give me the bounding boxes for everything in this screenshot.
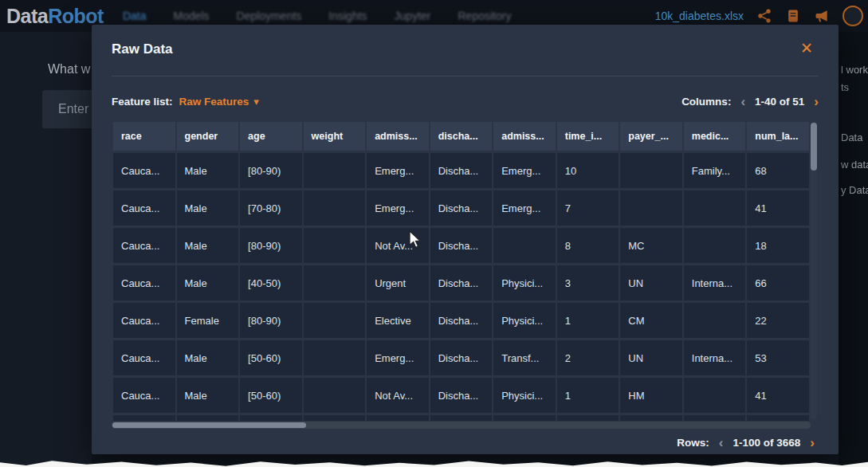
table-cell bbox=[684, 378, 746, 413]
share-icon[interactable] bbox=[756, 8, 772, 24]
bg-text-fragment: Data bbox=[841, 131, 862, 143]
table-cell: HM bbox=[620, 378, 682, 413]
table-cell bbox=[304, 228, 366, 263]
columns-range: 1-40 of 51 bbox=[755, 96, 804, 108]
table-cell: Female bbox=[177, 303, 239, 338]
vertical-scrollbar-thumb[interactable] bbox=[811, 123, 817, 171]
table-cell: 66 bbox=[747, 265, 809, 300]
table-cell bbox=[177, 415, 239, 421]
nav-item-insights[interactable]: Insights bbox=[328, 10, 367, 22]
chevron-down-icon[interactable]: ▾ bbox=[253, 96, 259, 108]
table-cell: Discha... bbox=[430, 265, 493, 300]
table-cell: [80-90) bbox=[240, 303, 302, 338]
table-row-partial bbox=[113, 415, 809, 421]
megaphone-icon[interactable] bbox=[814, 8, 830, 24]
table-cell: Male bbox=[177, 378, 239, 413]
table-cell bbox=[684, 228, 746, 263]
nav-item-models[interactable]: Models bbox=[173, 10, 209, 22]
horizontal-scrollbar[interactable] bbox=[112, 422, 811, 429]
table-cell: Emerg... bbox=[367, 190, 429, 226]
target-input[interactable]: Enter bbox=[42, 90, 92, 128]
nav-item-data[interactable]: Data bbox=[123, 10, 147, 22]
docs-icon[interactable] bbox=[785, 8, 801, 24]
table-cell: 3 bbox=[557, 265, 619, 300]
table-cell bbox=[304, 378, 366, 413]
column-header: payer_... bbox=[620, 122, 682, 151]
columns-next-icon[interactable]: › bbox=[814, 95, 819, 108]
table-cell: 1 bbox=[557, 303, 619, 338]
column-header: admiss... bbox=[493, 122, 556, 151]
table-cell bbox=[304, 303, 366, 338]
table-cell: Cauca... bbox=[113, 228, 175, 263]
table-cell bbox=[367, 415, 429, 421]
rows-label: Rows: bbox=[677, 437, 709, 449]
nav-item-deployments[interactable]: Deployments bbox=[237, 10, 302, 22]
table-cell: Emerg... bbox=[367, 153, 429, 188]
nav-item-repository[interactable]: Repository bbox=[458, 10, 511, 22]
vertical-scrollbar[interactable] bbox=[811, 121, 817, 419]
columns-prev-icon[interactable]: ‹ bbox=[740, 95, 745, 108]
bg-text-fragment: l work bbox=[841, 64, 868, 76]
table-cell: Male bbox=[177, 265, 239, 300]
table-cell: 10 bbox=[557, 153, 619, 188]
column-header: gender bbox=[177, 122, 239, 151]
table-cell: Male bbox=[177, 340, 239, 375]
table-cell: Elective bbox=[367, 303, 429, 338]
columns-label: Columns: bbox=[681, 96, 731, 108]
rows-prev-icon[interactable]: ‹ bbox=[719, 436, 724, 449]
column-header: num_la... bbox=[747, 122, 809, 151]
rows-next-icon[interactable]: › bbox=[810, 436, 815, 449]
table-cell: [80-90) bbox=[240, 228, 302, 263]
table-cell: Discha... bbox=[430, 153, 493, 188]
table-cell: Male bbox=[177, 153, 239, 188]
column-header: race bbox=[113, 122, 175, 151]
datarobot-logo[interactable]: DataRobot bbox=[6, 5, 104, 28]
table-cell: CM bbox=[620, 303, 682, 338]
rows-pager: Rows: ‹ 1-100 of 3668 › bbox=[677, 436, 815, 449]
main-nav: DataModelsDeploymentsInsightsJupyterRepo… bbox=[123, 10, 512, 22]
table-cell: UN bbox=[620, 265, 682, 300]
raw-data-table: racegenderageweightadmiss...discha...adm… bbox=[112, 120, 811, 421]
horizontal-scrollbar-thumb[interactable] bbox=[112, 422, 306, 428]
rows-range: 1-100 of 3668 bbox=[733, 437, 801, 449]
table-cell: [50-60) bbox=[240, 378, 302, 413]
feature-list-row: Feature list: Raw Features ▾ Columns: ‹ … bbox=[112, 92, 819, 111]
table-cell: Cauca... bbox=[113, 153, 175, 188]
table-cell: Cauca... bbox=[113, 340, 175, 375]
table-cell bbox=[557, 415, 619, 421]
table-cell: [40-50) bbox=[240, 265, 302, 300]
table-cell: UN bbox=[620, 340, 682, 375]
table-cell bbox=[620, 415, 682, 421]
table-cell bbox=[304, 265, 366, 300]
table-cell bbox=[304, 190, 366, 226]
raw-data-modal: Raw Data ✕ Feature list: Raw Features ▾ … bbox=[92, 25, 839, 454]
column-header: weight bbox=[304, 122, 366, 151]
table-cell: Interna... bbox=[684, 265, 746, 300]
predict-question-text: What w bbox=[48, 62, 92, 77]
table-cell: 41 bbox=[747, 190, 809, 226]
nav-item-jupyter[interactable]: Jupyter bbox=[395, 10, 431, 22]
table-cell: Emerg... bbox=[367, 340, 429, 375]
table-cell: Cauca... bbox=[113, 378, 175, 413]
table-cell: 41 bbox=[747, 378, 809, 413]
close-icon[interactable]: ✕ bbox=[800, 41, 813, 56]
bg-text-fragment: w data bbox=[841, 159, 868, 171]
dataset-filename[interactable]: 10k_diabetes.xlsx bbox=[655, 10, 744, 22]
raw-data-table-wrap: racegenderageweightadmiss...discha...adm… bbox=[112, 120, 811, 421]
table-cell bbox=[620, 190, 682, 226]
table-cell: [70-80) bbox=[240, 190, 302, 226]
table-row: Cauca...Male[40-50)UrgentDischa...Physic… bbox=[113, 265, 809, 300]
column-header: medic... bbox=[684, 122, 746, 151]
user-avatar[interactable] bbox=[842, 6, 863, 26]
table-cell: 18 bbox=[747, 228, 809, 263]
table-cell bbox=[240, 415, 302, 421]
feature-list-dropdown[interactable]: Raw Features bbox=[179, 96, 249, 108]
table-cell: 7 bbox=[557, 190, 619, 226]
column-header: admiss... bbox=[367, 122, 429, 151]
table-row: Cauca...Male[50-60)Not Av...Discha...Phy… bbox=[113, 378, 809, 413]
table-cell bbox=[493, 415, 556, 421]
column-header: age bbox=[240, 122, 302, 151]
table-cell: Urgent bbox=[367, 265, 429, 300]
table-row: Cauca...Male[80-90)Not Av...Discha...8MC… bbox=[113, 228, 809, 263]
table-cell bbox=[304, 340, 366, 375]
